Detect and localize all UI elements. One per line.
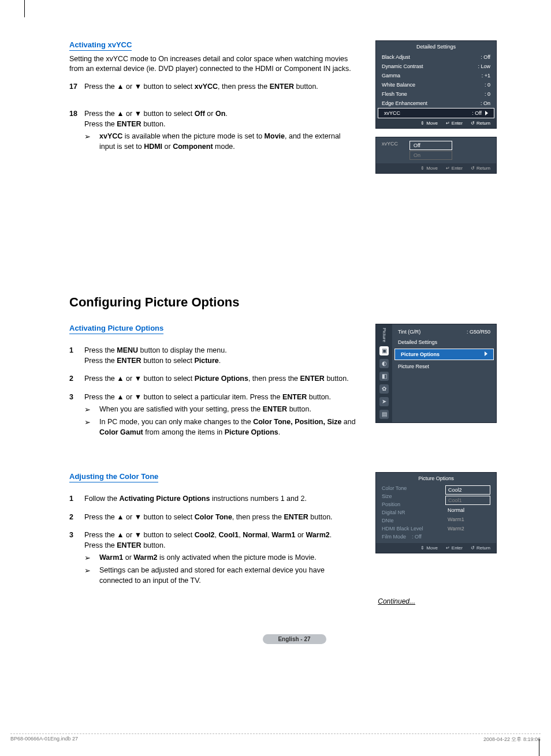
step-num: 2 bbox=[69, 374, 84, 384]
osd-row-val: : G50/R50 bbox=[467, 329, 490, 335]
osd-val: : 0 bbox=[485, 82, 490, 88]
osd-footer: ⇕Move ↵Enter ↺Return bbox=[376, 543, 496, 553]
step-body: Follow the Activating Picture Options in… bbox=[84, 494, 358, 504]
step-18: 18 Press the ▲ or ▼ button to select Off… bbox=[69, 109, 358, 152]
osd-val: : +1 bbox=[482, 73, 490, 78]
osd-label: Gamma bbox=[382, 73, 400, 78]
step-body: Press the ▲ or ▼ button to select Cool2,… bbox=[84, 530, 358, 586]
osd-label: Black Adjust bbox=[382, 54, 410, 60]
osd-footer: ⇕Move ↵Enter ↺Return bbox=[376, 118, 496, 128]
osd-val: : 0 bbox=[485, 91, 490, 97]
option-warm2: Warm2 bbox=[445, 525, 490, 533]
osd-picture-menu: Picture ▣ ◐ ◧ ✿ ➤ ▤ Tint (G/R) : G50/R50… bbox=[375, 324, 497, 423]
pointer-icon: ➢ bbox=[84, 132, 99, 142]
osd-row-label: Detailed Settings bbox=[398, 339, 437, 345]
note: When you are satisfied with your setting… bbox=[99, 405, 358, 415]
updown-icon: ⇕ bbox=[420, 166, 425, 171]
sidebar-icon-picture: ▣ bbox=[379, 346, 389, 355]
osd-val-selected: : Off bbox=[472, 110, 482, 116]
footer-enter: Enter bbox=[452, 166, 463, 171]
po-label: Film Mode bbox=[382, 534, 406, 540]
sidebar-label-picture: Picture bbox=[382, 325, 387, 345]
step-2: 2 Press the ▲ or ▼ button to select Colo… bbox=[69, 512, 358, 523]
step-num: 3 bbox=[69, 530, 84, 541]
print-footer: BP68-00666A-01Eng.indb 27 2008-04-22 오후 … bbox=[10, 733, 541, 743]
po-label: HDMI Black Level bbox=[382, 526, 438, 532]
footer-timestamp: 2008-04-22 오후 8:19:06 bbox=[483, 736, 541, 743]
po-label: Size bbox=[382, 493, 438, 499]
osd-detailed-settings: Detailed Settings Black Adjust: Off Dyna… bbox=[375, 40, 497, 129]
step-num: 2 bbox=[69, 512, 84, 523]
sidebar-icon-channel: ◧ bbox=[379, 372, 389, 381]
option-on: On bbox=[409, 151, 452, 160]
po-label: Position bbox=[382, 501, 438, 507]
enter-icon: ↵ bbox=[446, 166, 450, 171]
note: In PC mode, you can only make changes to… bbox=[99, 417, 358, 437]
step-body: Press the MENU button to display the men… bbox=[84, 346, 358, 366]
step-17: 17 Press the ▲ or ▼ button to select xvY… bbox=[69, 82, 358, 92]
option-warm1: Warm1 bbox=[445, 515, 490, 523]
footer-file: BP68-00666A-01Eng.indb 27 bbox=[10, 736, 78, 743]
footer-return: Return bbox=[476, 166, 490, 171]
osd-title: Picture Options bbox=[376, 473, 496, 484]
footer-enter: Enter bbox=[452, 545, 463, 551]
step-1: 1 Follow the Activating Picture Options … bbox=[69, 494, 358, 504]
step-body: Press the ▲ or ▼ button to select Pictur… bbox=[84, 374, 358, 384]
step-num: 3 bbox=[69, 392, 84, 403]
osd-val: : Off bbox=[481, 54, 490, 60]
osd-label: White Balance bbox=[382, 82, 415, 88]
osd-row-label: Tint (G/R) bbox=[398, 329, 420, 335]
osd-row-label-selected: Picture Options bbox=[401, 351, 440, 357]
footer-return: Return bbox=[476, 545, 490, 551]
step-num: 1 bbox=[69, 346, 84, 356]
continued-label: Continued... bbox=[69, 597, 415, 605]
osd-row-label: Picture Reset bbox=[398, 364, 429, 369]
section-title-color-tone: Adjusting the Color Tone bbox=[69, 472, 158, 482]
note: Warm1 or Warm2 is only activated when th… bbox=[99, 553, 358, 563]
footer-enter: Enter bbox=[452, 121, 463, 126]
section-title-xvycc: Activating xvYCC bbox=[69, 40, 132, 51]
page-number-pill: English - 27 bbox=[263, 634, 326, 644]
step-body: Press the ▲ or ▼ button to select Color … bbox=[84, 512, 358, 523]
osd-val: : Low bbox=[478, 63, 490, 69]
step-2: 2 Press the ▲ or ▼ button to select Pict… bbox=[69, 374, 358, 384]
osd-picture-options: Picture Options Color Tone Size Position… bbox=[375, 472, 497, 553]
osd-label: Flesh Tone bbox=[382, 91, 407, 97]
osd-label-selected: xvYCC bbox=[384, 110, 400, 116]
return-icon: ↺ bbox=[471, 121, 475, 126]
heading-configuring-picture-options: Configuring Picture Options bbox=[69, 295, 519, 310]
po-val: : Off bbox=[412, 534, 422, 540]
option-normal: Normal bbox=[445, 506, 490, 514]
pointer-icon: ➢ bbox=[84, 553, 99, 563]
pointer-icon: ➢ bbox=[84, 405, 99, 415]
section-title-activating-po: Activating Picture Options bbox=[69, 324, 163, 334]
option-cool2: Cool2 bbox=[445, 485, 490, 495]
enter-icon: ↵ bbox=[446, 121, 450, 126]
step-body: Press the ▲ or ▼ button to select a part… bbox=[84, 392, 358, 438]
option-cool1: Cool1 bbox=[445, 496, 490, 505]
step-body: Press the ▲ or ▼ button to select xvYCC,… bbox=[84, 82, 358, 92]
footer-move: Move bbox=[426, 545, 438, 551]
po-label: Digital NR bbox=[382, 510, 438, 515]
updown-icon: ⇕ bbox=[420, 545, 425, 551]
enter-icon: ↵ bbox=[446, 545, 450, 551]
sidebar-icon-sound: ◐ bbox=[379, 359, 389, 368]
step-body: Press the ▲ or ▼ button to select Off or… bbox=[84, 109, 358, 152]
pointer-icon: ➢ bbox=[84, 417, 99, 428]
step-1: 1 Press the MENU button to display the m… bbox=[69, 346, 358, 366]
footer-move: Move bbox=[426, 166, 438, 171]
step-3: 3 Press the ▲ or ▼ button to select a pa… bbox=[69, 392, 358, 438]
step-num: 18 bbox=[69, 109, 84, 119]
osd-label: Dynamic Contrast bbox=[382, 63, 423, 69]
chevron-right-icon bbox=[485, 351, 487, 356]
pointer-icon: ➢ bbox=[84, 566, 99, 576]
footer-return: Return bbox=[476, 121, 490, 126]
updown-icon: ⇕ bbox=[420, 121, 425, 126]
note: xvYCC is available when the picture mode… bbox=[99, 132, 358, 152]
po-label: DNIe bbox=[382, 518, 438, 523]
step-3: 3 Press the ▲ or ▼ button to select Cool… bbox=[69, 530, 358, 586]
sidebar-icon-apps: ▤ bbox=[379, 410, 389, 419]
osd-val: : On bbox=[481, 100, 490, 106]
sidebar-icon-setup: ✿ bbox=[379, 384, 389, 394]
osd-xvycc-option: xvYCC Off On ⇕Move ↵Enter ↺Return bbox=[375, 137, 497, 174]
